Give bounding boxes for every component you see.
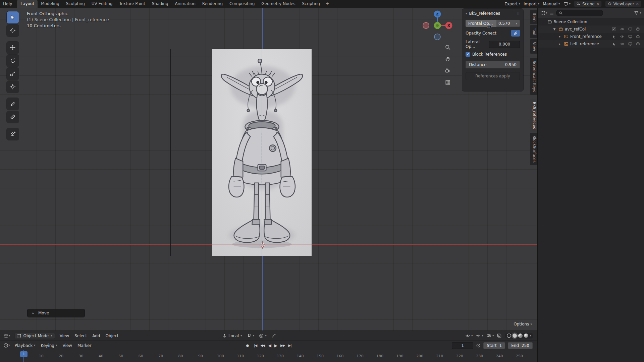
workspace-tab-animation[interactable]: Animation bbox=[172, 0, 199, 8]
tab-tool[interactable]: Tool bbox=[530, 25, 537, 38]
shading-wireframe-button[interactable] bbox=[507, 334, 511, 338]
preview-range-toggle[interactable] bbox=[476, 343, 481, 348]
panel-header[interactable]: ▾ BkS_references ⠿ bbox=[466, 10, 520, 17]
outliner-row-avc-refcol[interactable]: ▼ avc_refCol ✓ bbox=[538, 25, 644, 33]
gizmos-dropdown[interactable]: ▾ bbox=[476, 333, 483, 338]
menu-playback[interactable]: Playback ▾ bbox=[14, 343, 36, 348]
transform-tool-button[interactable] bbox=[7, 81, 19, 93]
add-cube-tool-button[interactable] bbox=[7, 128, 19, 140]
move-operator-panel[interactable]: ▸ Move bbox=[28, 309, 85, 317]
hide-in-viewport-toggle[interactable] bbox=[619, 27, 625, 32]
jump-to-start-button[interactable]: |◀ bbox=[254, 344, 257, 347]
viewport-options-dropdown[interactable]: Options ▾ bbox=[514, 322, 532, 326]
next-keyframe-button[interactable]: ▶▶ bbox=[280, 344, 285, 347]
shading-solid-button[interactable] bbox=[513, 334, 517, 338]
editor-type-dropdown[interactable]: ▾ bbox=[3, 333, 10, 339]
outliner-row-front-reference[interactable]: ▸ Front_reference bbox=[538, 33, 644, 40]
display-settings-dropdown[interactable]: ▾ bbox=[564, 2, 571, 6]
block-references-checkbox[interactable]: ✓ bbox=[466, 52, 470, 57]
move-tool-button[interactable] bbox=[7, 42, 19, 54]
play-button[interactable]: ▶ bbox=[274, 343, 277, 348]
gizmo-x-negative[interactable] bbox=[423, 22, 429, 28]
transform-orientation-dropdown[interactable]: Local ▾ bbox=[222, 334, 242, 338]
import-button[interactable]: Import ▾ bbox=[524, 2, 539, 6]
jump-to-end-button[interactable]: ▶| bbox=[288, 344, 291, 347]
menu-view[interactable]: View bbox=[59, 334, 70, 338]
menu-timeline-view[interactable]: View bbox=[62, 343, 72, 348]
camera-view-button[interactable] bbox=[443, 66, 452, 75]
distance-field[interactable]: Distance 0.950 bbox=[466, 61, 520, 68]
disable-in-viewports-toggle[interactable] bbox=[627, 34, 633, 39]
pan-button[interactable] bbox=[443, 55, 452, 63]
workspace-tab-uv-editing[interactable]: UV Editing bbox=[88, 0, 116, 8]
scene-selector[interactable]: Scene × bbox=[574, 1, 602, 7]
workspace-tab-shading[interactable]: Shading bbox=[149, 0, 172, 8]
references-apply-button[interactable]: References apply bbox=[466, 72, 520, 80]
menu-select[interactable]: Select bbox=[74, 334, 88, 338]
previous-keyframe-button[interactable]: ◀◀ bbox=[260, 344, 265, 347]
menu-object[interactable]: Object bbox=[105, 334, 119, 338]
play-reverse-button[interactable]: ◀ bbox=[268, 343, 271, 348]
playhead-frame-badge[interactable]: 1 bbox=[20, 351, 28, 357]
tab-item[interactable]: Item bbox=[530, 10, 537, 24]
zoom-button[interactable] bbox=[443, 43, 452, 52]
hide-in-viewport-toggle[interactable] bbox=[619, 34, 625, 39]
end-frame-field[interactable]: End 250 bbox=[508, 342, 533, 349]
cursor-tool-button[interactable] bbox=[7, 24, 19, 37]
unlink-scene-icon[interactable]: × bbox=[596, 2, 599, 6]
rotate-tool-button[interactable] bbox=[7, 55, 19, 67]
collapse-icon[interactable]: ▼ bbox=[552, 27, 557, 31]
timeline-editor-type-dropdown[interactable]: ▾ bbox=[3, 343, 10, 348]
annotate-tool-button[interactable] bbox=[7, 98, 19, 110]
workspace-tab-texture-paint[interactable]: Texture Paint bbox=[116, 0, 148, 8]
outliner-display-mode-dropdown[interactable] bbox=[549, 11, 554, 15]
3d-viewport[interactable]: Front Orthographic (1) Scene Collection … bbox=[0, 8, 537, 330]
shading-rendered-button[interactable] bbox=[524, 334, 528, 338]
frontal-opacity-slider[interactable]: Frontal Op... 0.570 › bbox=[466, 20, 520, 27]
disable-in-renders-toggle[interactable] bbox=[635, 27, 641, 32]
workspace-tab-compositing[interactable]: Compositing bbox=[226, 0, 258, 8]
perspective-toggle-button[interactable] bbox=[443, 78, 452, 87]
proportional-editing-dropdown[interactable]: ▾ bbox=[259, 334, 267, 338]
expand-icon[interactable]: ▸ bbox=[557, 42, 562, 46]
start-frame-field[interactable]: Start 1 bbox=[483, 342, 505, 349]
falloff-curve-button[interactable] bbox=[271, 334, 276, 338]
collapse-panel-icon[interactable]: ▾ bbox=[466, 12, 467, 15]
workspace-tab-sculpting[interactable]: Sculpting bbox=[63, 0, 88, 8]
visibility-dropdown[interactable]: ▾ bbox=[465, 333, 473, 338]
workspace-tab-rendering[interactable]: Rendering bbox=[199, 0, 226, 8]
menu-marker[interactable]: Marker bbox=[77, 343, 92, 348]
unlink-viewlayer-icon[interactable]: × bbox=[636, 2, 639, 6]
outliner-row-left-reference[interactable]: ▸ Left_reference bbox=[538, 40, 644, 48]
expand-icon[interactable]: ▸ bbox=[557, 35, 562, 38]
tweak-tool-button[interactable] bbox=[7, 11, 19, 23]
export-button[interactable]: Export ▾ bbox=[504, 2, 520, 6]
menu-add[interactable]: Add bbox=[92, 334, 101, 338]
xray-toggle[interactable] bbox=[497, 333, 502, 338]
disable-in-renders-toggle[interactable] bbox=[635, 42, 641, 46]
panel-drag-handle-icon[interactable]: ⠿ bbox=[517, 11, 520, 16]
timeline-ruler[interactable]: 1020304050607080901001101201301401501601… bbox=[0, 350, 537, 362]
menu-keying[interactable]: Keying ▾ bbox=[40, 343, 58, 348]
overlays-dropdown[interactable]: ▾ bbox=[486, 333, 494, 338]
gizmo-z-negative[interactable] bbox=[434, 34, 440, 40]
lateral-opacity-field[interactable]: 0.000 bbox=[489, 41, 520, 48]
snap-dropdown[interactable]: ▾ bbox=[247, 334, 255, 338]
outliner-search-input[interactable] bbox=[556, 10, 603, 16]
outliner-filter-dropdown[interactable]: ▾ bbox=[634, 11, 641, 15]
navigation-gizmo[interactable]: Z X bbox=[421, 9, 453, 42]
hide-in-viewport-toggle[interactable] bbox=[619, 42, 625, 46]
slider-right-arrow-icon[interactable]: › bbox=[516, 21, 517, 26]
disable-in-renders-toggle[interactable] bbox=[635, 34, 641, 39]
tab-blocksurfaces[interactable]: BlockSurfaces bbox=[530, 133, 537, 165]
outliner-editor-type-dropdown[interactable]: ▾ bbox=[541, 10, 547, 15]
outliner-row-scene-collection[interactable]: Scene Collection bbox=[538, 18, 644, 25]
measure-tool-button[interactable] bbox=[7, 111, 19, 123]
menu-help[interactable]: Help bbox=[0, 0, 15, 8]
shading-material-button[interactable] bbox=[518, 334, 523, 338]
workspace-tab-layout[interactable]: Layout bbox=[17, 0, 38, 8]
selectable-toggle[interactable] bbox=[611, 35, 617, 39]
front-reference-object[interactable] bbox=[212, 49, 312, 256]
mode-dropdown[interactable]: Object Mode ▾ bbox=[14, 333, 55, 339]
tab-screencast-keys[interactable]: Screencast Keys bbox=[530, 58, 537, 95]
